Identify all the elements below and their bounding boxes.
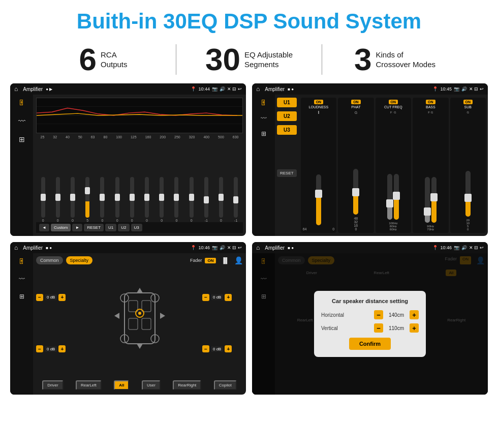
dialog-time: 10:46 <box>440 245 452 250</box>
right-vol-2: − 0 dB + <box>202 345 243 352</box>
rear-left-btn[interactable]: RearLeft <box>76 380 102 390</box>
fader-home-icon[interactable]: ⌂ <box>14 244 18 251</box>
left-vol-1-plus[interactable]: + <box>58 294 66 301</box>
cutfreq-slider2[interactable] <box>394 174 399 220</box>
cutfreq-slider1[interactable] <box>387 174 392 220</box>
fader-sidebar-icon3[interactable]: ⊞ <box>19 293 24 300</box>
left-vol-1-minus[interactable]: − <box>36 294 43 301</box>
eq-slider-12[interactable]: -1 <box>204 177 208 222</box>
user-btn[interactable]: User <box>142 380 161 390</box>
right-vol-1-minus[interactable]: − <box>202 294 209 301</box>
eq-slider-6[interactable]: 0 <box>115 177 119 222</box>
eq-time: 10:44 <box>198 86 210 92</box>
crossover-status-bar: ⌂ Amplifier ■ ● 📍 10:45 📷 🔊 ✕ ⊟ ↩ <box>252 83 488 95</box>
fader-main: Common Specialty Fader ON ▐▌ 👤 − 0 dB + <box>33 253 246 395</box>
vertical-minus[interactable]: − <box>374 323 383 333</box>
dialog-home-icon[interactable]: ⌂ <box>256 244 260 251</box>
eq-main: 253240506380 100125160200250320 40050063… <box>33 95 246 236</box>
fader-sidebar-icon2[interactable]: 〰 <box>19 276 25 283</box>
crossover-reset-btn[interactable]: RESET <box>277 169 297 177</box>
driver-btn[interactable]: Driver <box>42 380 63 390</box>
bass-on: ON <box>426 100 435 104</box>
vertical-control: − 110cm + <box>374 323 419 333</box>
right-vol-2-minus[interactable]: − <box>202 345 209 352</box>
all-btn[interactable]: All <box>114 380 129 390</box>
eq-slider-10[interactable]: 0 <box>174 177 178 222</box>
right-vol-1-plus[interactable]: + <box>225 294 232 301</box>
home-icon[interactable]: ⌂ <box>14 85 18 93</box>
common-tab[interactable]: Common <box>36 256 63 264</box>
eq-sidebar: 🎚 〰 ⊞ <box>10 95 33 236</box>
eq-u3-btn[interactable]: U3 <box>131 224 142 231</box>
eq-slider-14[interactable]: -1 <box>234 177 238 222</box>
loudness-slider[interactable] <box>316 174 321 225</box>
u2-button[interactable]: U2 <box>277 111 297 121</box>
crossover-icons2: ✕ ⊟ ↩ <box>469 86 484 92</box>
horizontal-minus[interactable]: − <box>374 310 383 319</box>
confirm-button[interactable]: Confirm <box>349 338 391 350</box>
eq-slider-5[interactable]: 0 <box>100 177 104 222</box>
bass-slider1[interactable] <box>425 177 430 223</box>
crossover-sidebar-icon1[interactable]: 🎚 <box>260 99 267 107</box>
dialog-title: Car speaker distance setting <box>321 298 419 304</box>
phat-slider[interactable] <box>353 169 358 215</box>
fader-status-bar: ⌂ Amplifier ■ ● 📍 10:46 📷 🔊 ✕ ⊟ ↩ <box>10 242 246 253</box>
phat-slider-area[interactable] <box>353 114 358 217</box>
crossover-screen: ⌂ Amplifier ■ ● 📍 10:45 📷 🔊 ✕ ⊟ ↩ 🎚 〰 ⊞ … <box>252 83 488 236</box>
eq-slider-3[interactable]: 0 <box>71 177 75 222</box>
eq-u1-btn[interactable]: U1 <box>105 224 116 231</box>
crossover-time: 10:45 <box>440 86 452 92</box>
u1-button[interactable]: U1 <box>277 98 297 107</box>
eq-slider-7[interactable]: 0 <box>130 177 134 222</box>
u3-button[interactable]: U3 <box>277 125 297 135</box>
cutfreq-slider-area[interactable] <box>387 114 399 222</box>
eq-prev-btn[interactable]: ◄ <box>39 224 49 231</box>
eq-next-btn[interactable]: ► <box>72 224 82 231</box>
left-vol-1-val: 0 dB <box>45 294 57 300</box>
crossover-home-icon[interactable]: ⌂ <box>256 85 260 93</box>
eq-slider-4[interactable]: 5 <box>85 177 89 222</box>
eq-slider-9[interactable]: 0 <box>160 177 164 222</box>
cutfreq-on: ON <box>389 100 398 104</box>
left-vol-1: − 0 dB + <box>36 294 77 301</box>
horizontal-label: Horizontal <box>321 312 357 318</box>
crossover-sidebar-icon2[interactable]: 〰 <box>261 115 267 122</box>
crossover-content: 🎚 〰 ⊞ U1 U2 U3 RESET ON LOUDNESS <box>252 95 488 236</box>
loudness-slider-area[interactable] <box>316 114 321 227</box>
left-volume-controls: − 0 dB + − 0 dB + <box>36 267 77 379</box>
horizontal-plus[interactable]: + <box>410 310 419 319</box>
eq-sidebar-icon3[interactable]: ⊞ <box>19 135 25 143</box>
eq-u2-btn[interactable]: U2 <box>118 224 129 231</box>
bass-slider2[interactable] <box>431 177 437 223</box>
left-vol-2-minus[interactable]: − <box>36 345 43 352</box>
eq-slider-8[interactable]: 0 <box>145 177 149 222</box>
copilot-btn[interactable]: Copilot <box>214 380 237 390</box>
eq-content: 🎚 〰 ⊞ <box>10 95 246 236</box>
eq-custom-btn[interactable]: Custom <box>51 224 71 231</box>
eq-sidebar-icon2[interactable]: 〰 <box>18 117 25 125</box>
specialty-tab[interactable]: Specialty <box>66 256 93 264</box>
fader-camera-icon: 📷 <box>212 245 217 250</box>
eq-graph <box>36 98 243 133</box>
eq-slider-2[interactable]: 0 <box>56 177 60 222</box>
fader-sidebar-icon1[interactable]: 🎚 <box>18 257 25 265</box>
svg-point-10 <box>138 312 141 315</box>
crossover-sidebar-icon3[interactable]: ⊞ <box>261 130 266 137</box>
left-vol-2-plus[interactable]: + <box>58 345 66 352</box>
right-vol-2-plus[interactable]: + <box>225 345 232 352</box>
sub-slider[interactable] <box>465 171 471 217</box>
eq-slider-11[interactable]: 0 <box>190 177 194 222</box>
bass-slider-area[interactable] <box>425 114 437 225</box>
fader-bottom-bar: Driver RearLeft All User RearRight Copil… <box>36 379 243 392</box>
eq-sidebar-icon1[interactable]: 🎚 <box>18 99 25 107</box>
vertical-plus[interactable]: + <box>410 323 419 333</box>
eq-icons2: ✕ ⊟ ↩ <box>227 86 242 92</box>
sub-slider-area[interactable] <box>465 114 471 219</box>
eq-sliders[interactable]: 0 0 0 5 0 <box>36 141 243 222</box>
eq-slider-13[interactable]: 0 <box>219 177 223 222</box>
rear-right-btn[interactable]: RearRight <box>173 380 201 390</box>
eq-slider-1[interactable]: 0 <box>41 177 45 222</box>
eq-reset-btn[interactable]: RESET <box>84 224 104 231</box>
car-svg <box>109 283 170 364</box>
phat-on: ON <box>351 100 361 104</box>
